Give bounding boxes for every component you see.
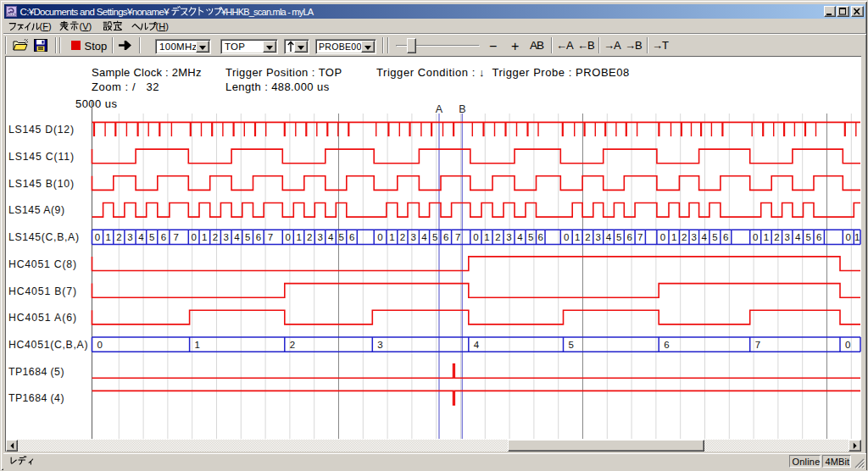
svg-text:2: 2 <box>682 232 687 242</box>
svg-text:1: 1 <box>389 232 394 242</box>
svg-text:0: 0 <box>97 340 103 350</box>
svg-text:5: 5 <box>245 232 250 242</box>
svg-text:4: 4 <box>702 232 708 242</box>
svg-text:3: 3 <box>785 232 790 242</box>
svg-text:4: 4 <box>328 232 334 242</box>
svg-text:4: 4 <box>606 232 612 242</box>
svg-text:2: 2 <box>290 340 295 350</box>
svg-text:2: 2 <box>400 232 405 242</box>
svg-text:5: 5 <box>528 232 533 242</box>
svg-text:1: 1 <box>575 232 580 242</box>
svg-text:0: 0 <box>753 232 758 242</box>
svg-text:0: 0 <box>660 232 665 242</box>
svg-text:3: 3 <box>596 232 601 242</box>
svg-text:0: 0 <box>473 232 478 242</box>
svg-text:3: 3 <box>410 232 415 242</box>
svg-text:1: 1 <box>854 232 860 242</box>
svg-text:6: 6 <box>816 232 821 242</box>
svg-text:0: 0 <box>845 340 850 350</box>
svg-text:6: 6 <box>626 232 632 242</box>
svg-text:3: 3 <box>224 232 229 242</box>
svg-text:1: 1 <box>202 232 207 242</box>
svg-text:3: 3 <box>317 232 322 242</box>
svg-text:B: B <box>459 103 465 115</box>
svg-text:5: 5 <box>569 340 574 350</box>
svg-text:7: 7 <box>637 232 643 242</box>
svg-text:5: 5 <box>616 232 621 242</box>
svg-text:4: 4 <box>234 232 240 242</box>
svg-text:5: 5 <box>338 232 343 242</box>
svg-text:6: 6 <box>538 232 543 242</box>
svg-text:6: 6 <box>256 232 261 242</box>
svg-text:5: 5 <box>806 232 811 242</box>
svg-text:3: 3 <box>506 232 511 242</box>
svg-text:6: 6 <box>161 232 166 242</box>
svg-text:0: 0 <box>191 232 196 242</box>
svg-text:2: 2 <box>213 232 218 242</box>
svg-text:1: 1 <box>671 232 676 242</box>
svg-text:7: 7 <box>755 340 760 350</box>
svg-text:1: 1 <box>764 232 769 242</box>
svg-text:6: 6 <box>349 232 354 242</box>
svg-text:4: 4 <box>517 232 523 242</box>
svg-text:0: 0 <box>95 232 100 242</box>
svg-text:2: 2 <box>774 232 779 242</box>
svg-text:7: 7 <box>268 232 273 242</box>
svg-text:2: 2 <box>307 232 312 242</box>
svg-text:1: 1 <box>105 232 110 242</box>
svg-text:2: 2 <box>116 232 121 242</box>
svg-text:A: A <box>436 103 443 115</box>
svg-text:7: 7 <box>173 232 178 242</box>
svg-text:3: 3 <box>377 340 382 350</box>
svg-text:6: 6 <box>664 340 669 350</box>
svg-text:1: 1 <box>195 340 200 350</box>
svg-text:2: 2 <box>495 232 500 242</box>
svg-text:6: 6 <box>443 232 448 242</box>
svg-text:4: 4 <box>795 232 801 242</box>
svg-text:5: 5 <box>432 232 437 242</box>
svg-text:3: 3 <box>127 232 132 242</box>
svg-text:4: 4 <box>474 340 480 350</box>
svg-text:4: 4 <box>138 232 144 242</box>
svg-text:5: 5 <box>149 232 154 242</box>
svg-text:3: 3 <box>692 232 697 242</box>
svg-text:5: 5 <box>712 232 717 242</box>
svg-text:7: 7 <box>455 232 460 242</box>
svg-text:1: 1 <box>484 232 489 242</box>
svg-text:2: 2 <box>585 232 590 242</box>
svg-text:0: 0 <box>377 232 382 242</box>
svg-text:1: 1 <box>296 232 301 242</box>
svg-text:0: 0 <box>846 232 851 242</box>
svg-text:0: 0 <box>286 232 291 242</box>
svg-text:4: 4 <box>421 232 427 242</box>
svg-text:6: 6 <box>723 232 728 242</box>
svg-text:0: 0 <box>564 232 569 242</box>
